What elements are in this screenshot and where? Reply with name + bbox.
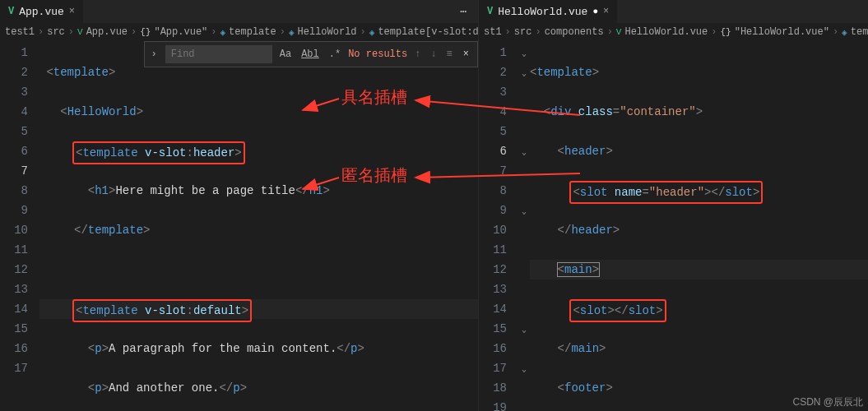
fold-icon[interactable]: ⌄ — [518, 321, 530, 340]
brace-icon: {} — [140, 27, 151, 37]
watermark: CSDN @辰辰北 — [792, 395, 863, 409]
vue-icon: V — [77, 27, 83, 37]
tab-filename: App.vue — [19, 6, 64, 18]
editor-pane-left: V App.vue × ⋯ test1› src› VApp.vue› {}"A… — [0, 0, 479, 411]
find-in-selection-icon[interactable]: ≡ — [444, 44, 455, 64]
find-widget: › Aa Abl .* No results ↑ ↓ ≡ × — [144, 41, 478, 67]
close-icon[interactable]: × — [69, 6, 75, 17]
fold-column: ⌄ ⌄ ⌄ ⌄ ⌄ ⌄ — [518, 41, 530, 411]
element-icon: ◈ — [842, 27, 847, 38]
element-icon: ◈ — [289, 27, 295, 38]
prev-match-icon[interactable]: ↑ — [412, 44, 423, 64]
tab-helloworld-vue[interactable]: V HelloWorld.vue ● × — [479, 0, 617, 23]
line-gutter: 1234 5678 9101112 13141516 171819 — [479, 41, 518, 411]
fold-icon[interactable]: ⌄ — [518, 64, 530, 84]
code-editor-left[interactable]: › Aa Abl .* No results ↑ ↓ ≡ × 1234 5678… — [0, 41, 478, 411]
code-area-right[interactable]: <template> <div class="container"> <head… — [530, 41, 868, 411]
modified-dot-icon: ● — [592, 7, 598, 16]
match-word-icon[interactable]: Abl — [299, 44, 322, 64]
tab-overflow-icon[interactable]: ⋯ — [450, 5, 478, 18]
next-match-icon[interactable]: ↓ — [428, 44, 439, 64]
breadcrumb-left[interactable]: test1› src› VApp.vue› {}"App.vue"› ◈temp… — [0, 23, 478, 41]
chevron-right-icon[interactable]: › — [148, 44, 160, 64]
vue-file-icon: V — [487, 6, 493, 17]
element-icon: ◈ — [220, 27, 225, 38]
element-icon: ◈ — [369, 27, 375, 38]
tab-app-vue[interactable]: V App.vue × — [0, 0, 83, 23]
find-input[interactable] — [165, 45, 272, 63]
regex-icon[interactable]: .* — [327, 44, 343, 64]
brace-icon: {} — [720, 27, 731, 37]
close-icon[interactable]: × — [603, 6, 609, 17]
tab-bar-left: V App.vue × ⋯ — [0, 0, 478, 23]
close-icon[interactable]: × — [460, 44, 472, 64]
code-area-left[interactable]: <template> <HelloWorld> <template v-slot… — [39, 41, 478, 411]
editor-pane-right: V HelloWorld.vue ● × st1› src› component… — [479, 0, 868, 411]
line-gutter: 1234 5678 9101112 13141516 17 — [0, 41, 39, 411]
tab-filename: HelloWorld.vue — [498, 6, 587, 18]
fold-icon[interactable]: ⌄ — [518, 44, 530, 64]
fold-icon[interactable]: ⌄ — [518, 143, 530, 163]
match-case-icon[interactable]: Aa — [277, 44, 294, 64]
fold-icon[interactable]: ⌄ — [518, 360, 530, 380]
vue-icon: V — [616, 27, 622, 37]
find-status: No results — [348, 44, 407, 64]
breadcrumb-right[interactable]: st1› src› components› VHelloWorld.vue› {… — [479, 23, 868, 41]
vue-file-icon: V — [8, 6, 14, 17]
code-editor-right[interactable]: 1234 5678 9101112 13141516 171819 ⌄ ⌄ ⌄ … — [479, 41, 868, 411]
tab-bar-right: V HelloWorld.vue ● × — [479, 0, 868, 23]
fold-icon[interactable]: ⌄ — [518, 202, 530, 222]
